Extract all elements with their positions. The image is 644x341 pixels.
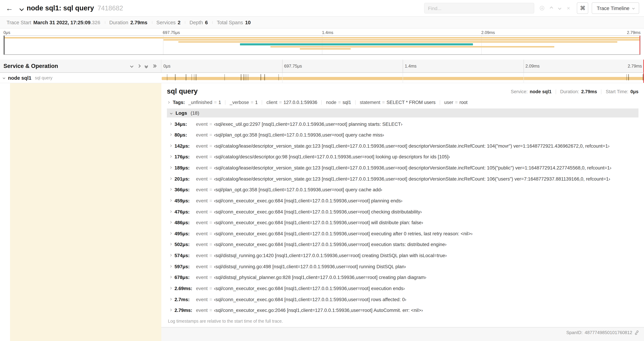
log-entry[interactable]: 486μs:event=‹sql/conn_executor_exec.go:6… [170,217,638,228]
prev-result-icon[interactable] [550,7,553,10]
expand-log-icon[interactable] [169,221,172,223]
expand-log-icon[interactable] [169,166,172,169]
summary-item-label: Services [156,20,176,25]
ruler-tick-label: 1.4ms [405,64,416,69]
equals-sign: = [210,143,212,149]
trace-header-bar: ← node sql1: sql query 7418682 × ⌘ Trace… [0,0,644,17]
chevron-down-icon [130,64,134,68]
log-entry[interactable]: 142μs:event=‹sql/catalog/lease/descripto… [170,141,638,152]
tag-value: 1 [218,100,221,105]
collapse-one-icon[interactable] [130,65,133,67]
span-name-cell[interactable]: node sql1 sql query [0,73,161,83]
expand-log-icon[interactable] [169,199,172,202]
expand-log-icon[interactable] [169,243,172,245]
log-field-key: event [196,209,208,214]
expand-log-icon[interactable] [169,188,172,191]
expand-log-icon[interactable] [169,232,172,234]
minimap-left-handle[interactable] [4,36,4,54]
log-entry[interactable]: 574μs:event=‹sql/distsql_running.go:1420… [170,250,638,261]
minimap-canvas[interactable] [4,35,640,55]
log-entry[interactable]: 2.7ms:event=‹sql/conn_executor_exec.go:6… [170,294,638,305]
meta-item: Duration:2.79ms [560,89,597,94]
detail-left-gutter [0,83,161,341]
expand-tags-icon[interactable] [167,101,170,104]
log-entry[interactable]: 502μs:event=‹sql/conn_executor_exec.go:6… [170,239,638,250]
log-field-key: event [196,242,208,247]
expand-log-icon[interactable] [169,155,172,158]
log-entry[interactable]: 678μs:event=‹sql/distsql_physical_planne… [170,272,638,283]
tags-accordion[interactable]: Tags: _unfinished=1_verbose=1client=127.… [167,97,638,109]
log-entry[interactable]: 201μs:event=‹sql/catalog/lease/descripto… [170,174,638,185]
copy-link-icon[interactable] [634,330,639,335]
minimap-scrubber[interactable] [640,36,640,54]
focus-span-icon[interactable] [540,6,544,11]
summary-item-label: Total Spans [217,20,243,25]
summary-item: Trace StartMarch 31 2022, 17:25:09.326 [2,20,105,25]
log-entry[interactable]: 34μs:event=‹sql/exec_util.go:2297 [nsql1… [170,119,638,130]
expand-log-icon[interactable] [169,133,172,136]
log-entry[interactable]: 2.69ms:event=‹sql/conn_executor_exec.go:… [170,283,638,294]
tag-key: client [266,100,277,105]
expand-log-icon[interactable] [169,265,172,267]
timeline-ruler[interactable]: 0μs697.75μs1.4ms2.09ms2.79ms [161,60,644,72]
collapse-all-icon[interactable] [145,64,148,68]
equals-sign: = [210,132,212,138]
log-entry[interactable]: 476μs:event=‹sql/conn_executor_exec.go:6… [170,207,638,217]
back-button[interactable]: ← [4,2,15,14]
clear-search-icon[interactable]: × [567,5,570,11]
equals-sign: = [251,100,254,105]
logs-footnote: Log timestamps are relative to the start… [167,316,638,325]
log-entry[interactable]: 80μs:event=‹sql/plan_opt.go:358 [nsql1,c… [170,130,638,141]
selected-span-indent [10,83,161,341]
next-result-icon[interactable] [558,7,562,10]
log-event: event=‹sql/conn_executor_exec.go:684 [ns… [196,296,406,303]
tags-list: _unfinished=1_verbose=1client=127.0.0.1:… [188,100,468,105]
timeline-scrubber[interactable] [643,73,644,83]
log-entry[interactable]: 176μs:event=‹sql/catalog/descs/descripto… [170,152,638,163]
expand-log-icon[interactable] [169,177,172,180]
keyboard-shortcuts-button[interactable]: ⌘ [577,3,588,14]
logs-accordion-header[interactable]: Logs (18) [167,109,638,118]
tag-separator [440,100,440,105]
meta-label: Duration: [560,89,579,94]
expand-log-icon[interactable] [169,123,172,125]
expand-one-icon[interactable] [138,65,140,67]
timeline-scrubber[interactable] [643,60,644,72]
log-entry[interactable]: 597μs:event=‹sql/distsql_running.go:498 … [170,261,638,272]
log-entry[interactable]: 495μs:event=‹sql/conn_executor_exec.go:6… [170,229,638,239]
expand-all-icon[interactable] [152,65,156,67]
log-entry[interactable]: 189μs:event=‹sql/catalog/lease/descripto… [170,163,638,174]
expand-log-icon[interactable] [169,298,172,300]
expand-log-icon[interactable] [169,144,172,147]
summary-item-label: Trace Start [6,20,31,25]
expand-log-icon[interactable] [169,254,172,256]
span-track[interactable] [161,73,644,83]
expand-log-icon[interactable] [169,287,172,289]
ruler-tick-label: 697.75μs [284,64,302,69]
expand-log-icon[interactable] [169,210,172,213]
log-timestamp: 459μs: [174,198,194,204]
minimap-span-bar [300,48,350,50]
span-detail-title-row: sql query Service:node sql1Duration:2.79… [167,87,638,95]
collapse-trace-icon[interactable] [20,7,23,10]
collapse-logs-icon[interactable] [170,112,172,114]
log-field-value: ‹sql/conn_executor_exec.go:684 [nsql1,cl… [214,297,406,302]
log-field-key: event [196,132,208,138]
tag-item: user=root [444,100,468,105]
log-entry[interactable]: 2.79ms:event=‹sql/conn_executor_exec.go:… [170,305,638,316]
collapse-span-icon[interactable] [3,77,5,79]
log-entry[interactable]: 366μs:event=‹sql/plan_opt.go:358 [nsql1,… [170,185,638,196]
find-input[interactable] [428,5,530,11]
span-row[interactable]: node sql1 sql query [0,73,644,83]
log-timestamp: 80μs: [174,132,194,138]
log-entry[interactable]: 459μs:event=‹sql/conn_executor_exec.go:6… [170,196,638,207]
minimap-span-bar [4,37,640,39]
log-marker [224,74,225,80]
equals-sign: = [210,165,212,171]
expand-log-icon[interactable] [169,309,172,311]
timeline-gridline [403,73,403,83]
log-field-key: event [196,264,208,269]
view-selector-button[interactable]: Trace Timeline [592,3,639,14]
tag-item: client=127.0.0.1:59936 [266,100,317,105]
expand-log-icon[interactable] [169,276,172,278]
